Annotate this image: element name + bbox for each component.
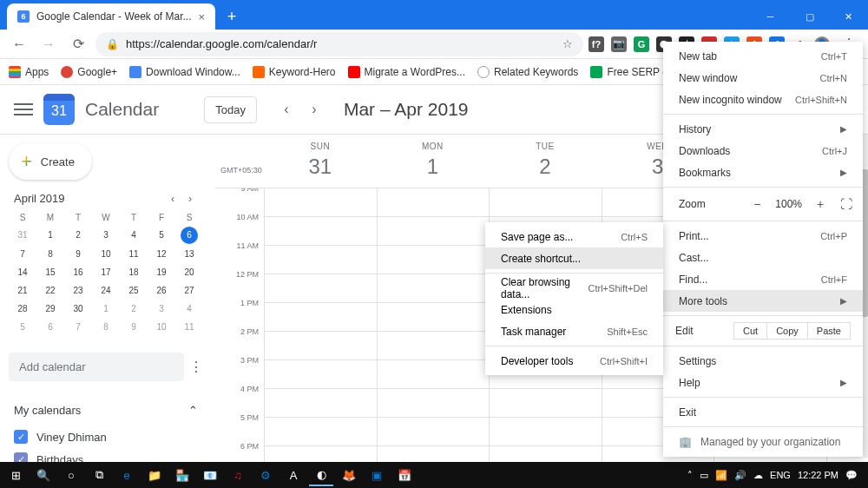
day-header[interactable]: TUE2 [489, 135, 602, 188]
taskbar-app[interactable]: e [115, 464, 139, 486]
mini-day[interactable]: 29 [36, 300, 64, 317]
mini-day[interactable]: 1 [92, 300, 120, 317]
mini-day[interactable]: 10 [148, 319, 175, 335]
mini-day[interactable]: 7 [64, 319, 92, 335]
mini-day[interactable]: 11 [175, 319, 203, 335]
calendar-item[interactable]: ✓Viney Dhiman [9, 425, 203, 448]
zoom-in-button[interactable]: + [812, 197, 828, 211]
onedrive-icon[interactable]: ☁ [753, 470, 763, 481]
menu-exit[interactable]: Exit [663, 401, 863, 423]
star-icon[interactable]: ☆ [562, 37, 573, 50]
sound-icon[interactable]: 🔊 [734, 470, 746, 481]
minimize-button[interactable]: ─ [751, 3, 790, 30]
today-button[interactable]: Today [204, 96, 257, 123]
notifications-icon[interactable]: 💬 [845, 470, 858, 481]
taskbar-app[interactable]: 📅 [392, 464, 417, 486]
day-column[interactable] [264, 188, 377, 462]
mini-day[interactable]: 30 [64, 300, 92, 317]
copy-button[interactable]: Copy [766, 322, 808, 340]
ext-icon[interactable]: G [634, 36, 649, 52]
mini-day[interactable]: 1 [36, 227, 64, 244]
mini-day[interactable]: 14 [9, 264, 36, 280]
mini-day[interactable]: 16 [64, 264, 92, 280]
taskbar-app[interactable]: 📧 [198, 464, 222, 486]
next-week-button[interactable]: › [302, 97, 326, 122]
menu-item[interactable]: New incognito windowCtrl+Shift+N [663, 89, 863, 110]
mini-day[interactable]: 2 [64, 227, 92, 244]
battery-icon[interactable]: ▭ [700, 470, 708, 481]
taskbar-app[interactable]: 🦊 [337, 464, 361, 486]
mini-day[interactable]: 19 [148, 264, 175, 280]
forward-button[interactable]: → [36, 32, 61, 56]
menu-find[interactable]: Find...Ctrl+F [663, 268, 863, 290]
day-column[interactable] [377, 188, 490, 462]
bookmark-item[interactable]: Related Keywords [477, 66, 578, 78]
mini-day[interactable]: 22 [36, 282, 64, 299]
maximize-button[interactable]: ▢ [790, 3, 829, 30]
mini-day[interactable]: 27 [175, 282, 203, 299]
day-header[interactable]: MON1 [377, 135, 490, 188]
mini-day[interactable]: 17 [92, 264, 120, 280]
menu-help[interactable]: Help▶ [663, 372, 863, 393]
wifi-icon[interactable]: 📶 [715, 470, 727, 481]
mini-day[interactable]: 8 [36, 246, 64, 262]
mini-day[interactable]: 21 [9, 282, 36, 299]
checkbox-icon[interactable]: ✓ [14, 452, 28, 462]
start-button[interactable]: ⊞ [3, 464, 28, 486]
taskview-icon[interactable]: ⧉ [87, 464, 111, 486]
search-button[interactable]: 🔍 [31, 464, 56, 486]
mini-day[interactable]: 13 [175, 246, 203, 262]
fullscreen-button[interactable]: ⛶ [838, 197, 854, 211]
submenu-item[interactable]: Create shortcut... [485, 247, 663, 269]
mini-day[interactable]: 25 [120, 282, 148, 299]
zoom-out-button[interactable]: − [749, 197, 765, 211]
paste-button[interactable]: Paste [807, 322, 851, 340]
submenu-item[interactable]: Task managerShift+Esc [485, 320, 663, 342]
menu-item[interactable]: New tabCtrl+T [663, 45, 863, 67]
cortana-icon[interactable]: ○ [59, 464, 83, 486]
address-bar[interactable]: 🔒 https://calendar.google.com/calendar/r… [95, 32, 583, 56]
mini-day[interactable]: 5 [9, 319, 36, 335]
mini-day[interactable]: 9 [120, 319, 148, 335]
mini-day[interactable]: 3 [92, 227, 120, 244]
cut-button[interactable]: Cut [733, 322, 767, 340]
ext-icon[interactable]: f? [589, 36, 604, 52]
submenu-item[interactable]: Save page as...Ctrl+S [485, 226, 663, 247]
bookmark-item[interactable]: Migrate a WordPres... [348, 66, 465, 78]
mini-day[interactable]: 15 [36, 264, 64, 280]
bookmark-item[interactable]: Keyword-Hero [253, 66, 336, 78]
submenu-item[interactable]: Extensions [485, 299, 663, 320]
mini-day[interactable]: 4 [120, 227, 148, 244]
ext-icon[interactable]: 📷 [611, 36, 627, 52]
bookmark-item[interactable]: Google+ [61, 66, 117, 78]
mini-day[interactable]: 12 [148, 246, 175, 262]
mini-day[interactable]: 7 [9, 246, 36, 262]
clock[interactable]: 12:22 PM [798, 470, 838, 480]
taskbar-app[interactable]: 📁 [142, 464, 167, 486]
browser-tab[interactable]: 6 Google Calendar - Week of Mar... × [7, 3, 215, 30]
taskbar-app[interactable]: ▣ [365, 464, 389, 486]
mini-day[interactable]: 9 [64, 246, 92, 262]
mini-day[interactable]: 4 [175, 300, 203, 317]
day-header[interactable]: SUN31 [264, 135, 377, 188]
menu-item[interactable]: New windowCtrl+N [663, 67, 863, 89]
submenu-item[interactable]: Clear browsing data...Ctrl+Shift+Del [485, 277, 663, 299]
taskbar-chrome[interactable]: ◐ [309, 464, 333, 486]
mini-next-button[interactable]: › [182, 193, 198, 205]
menu-bookmarks[interactable]: Bookmarks▶ [663, 162, 863, 183]
taskbar-app[interactable]: 🏪 [170, 464, 194, 486]
close-icon[interactable]: × [199, 10, 206, 23]
mini-day[interactable]: 20 [175, 264, 203, 280]
menu-downloads[interactable]: DownloadsCtrl+J [663, 140, 863, 162]
mini-prev-button[interactable]: ‹ [165, 193, 181, 205]
menu-history[interactable]: History▶ [663, 118, 863, 140]
reload-button[interactable]: ⟳ [66, 32, 90, 56]
mini-day[interactable]: 10 [92, 246, 120, 262]
mini-day[interactable]: 3 [148, 300, 175, 317]
mini-day[interactable]: 5 [148, 227, 175, 244]
taskbar-app[interactable]: ♫ [226, 464, 250, 486]
menu-print[interactable]: Print...Ctrl+P [663, 225, 863, 247]
mini-day[interactable]: 8 [92, 319, 120, 335]
taskbar-app[interactable]: A [281, 464, 306, 486]
create-button[interactable]: + Create [9, 143, 92, 180]
